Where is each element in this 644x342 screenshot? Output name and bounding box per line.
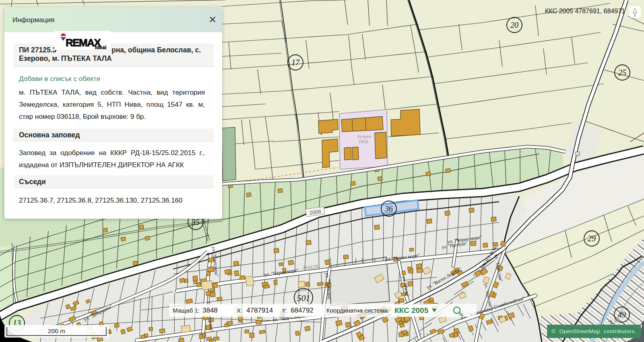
svg-text:29: 29 [588, 234, 596, 243]
svg-text:17: 17 [291, 58, 300, 67]
svg-text:49: 49 [618, 310, 626, 319]
svg-text:ККС 2005 4787691, 684971: ККС 2005 4787691, 684971 [545, 8, 625, 15]
svg-text:20: 20 [510, 21, 518, 29]
svg-text:Ideal: Ideal [95, 45, 107, 50]
svg-text:36: 36 [384, 204, 393, 213]
svg-text:ООД: ООД [359, 139, 368, 144]
svg-text:501: 501 [297, 293, 310, 303]
svg-text:35: 35 [191, 218, 200, 226]
svg-text:25: 25 [618, 68, 626, 77]
svg-text:Булрем: Булрем [357, 134, 371, 139]
